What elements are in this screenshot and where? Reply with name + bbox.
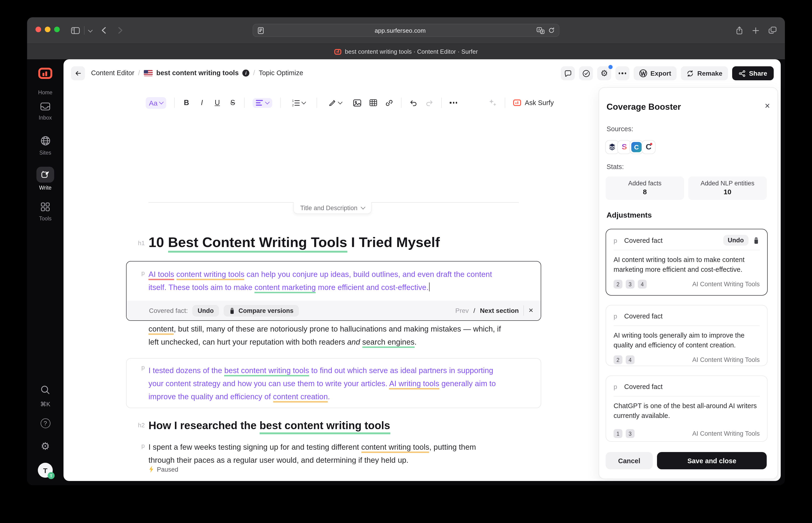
more-options-button[interactable] [615, 66, 629, 80]
reload-icon[interactable] [548, 27, 555, 34]
block-tag-h2: h2 [131, 422, 145, 429]
browser-tab[interactable]: best content writing tools · Content Edi… [27, 43, 785, 59]
fragment-badge[interactable]: 2 [614, 280, 622, 289]
back-icon[interactable] [101, 26, 106, 34]
checks-button[interactable] [579, 66, 593, 80]
paragraph-line: AI tools content writing tools can help … [148, 268, 492, 281]
sidebar-label-inbox: Inbox [27, 115, 64, 121]
surfer-logo[interactable] [27, 68, 64, 81]
export-button[interactable]: Ⓦ Export [634, 66, 677, 80]
divider [281, 97, 281, 108]
covered-fact-card[interactable]: p Covered fact Undo [606, 229, 768, 295]
insert-table-button[interactable] [369, 99, 378, 107]
ai-sparkles-button[interactable] [488, 98, 497, 107]
card-undo-button[interactable]: Undo [723, 235, 748, 246]
share-page-icon[interactable] [736, 26, 743, 35]
save-and-close-button[interactable]: Save and close [657, 452, 767, 469]
fragment-badge[interactable]: 4 [626, 355, 635, 364]
undo-fact-button[interactable]: Undo [193, 305, 219, 317]
avatar: T T [38, 463, 53, 478]
url-text[interactable]: app.surferseo.com [264, 27, 537, 34]
back-button[interactable] [71, 66, 85, 80]
remake-button[interactable]: Remake [681, 66, 728, 80]
reader-icon[interactable] [258, 27, 264, 34]
tab-overview-icon[interactable] [769, 26, 777, 34]
breadcrumb: Content Editor / best content writing to… [91, 69, 303, 77]
source-c-blue-icon[interactable]: C [629, 140, 644, 154]
sidebar-label-write: Write [27, 185, 64, 191]
fragment-badge[interactable]: 3 [626, 429, 635, 438]
close-fact-bar-icon[interactable]: × [528, 306, 533, 315]
ask-surfy-button[interactable]: Ask Surfy [513, 99, 554, 107]
redo-button[interactable] [426, 99, 434, 106]
insert-image-button[interactable] [353, 99, 362, 107]
comments-button[interactable] [561, 66, 575, 80]
sidebar-item-sites[interactable]: Sites [27, 136, 64, 156]
sidebar-item-inbox[interactable]: Inbox [27, 102, 64, 121]
fragment-badge[interactable]: 1 [614, 429, 622, 438]
undo-button[interactable] [410, 99, 418, 106]
share-button[interactable]: Share [732, 66, 774, 80]
forward-icon[interactable] [118, 26, 123, 34]
account-button[interactable]: T T [27, 463, 64, 478]
section-dropdown[interactable]: Title and Description [293, 202, 372, 214]
breadcrumb-mode[interactable]: Topic Optimize [259, 69, 303, 77]
fragment-badge[interactable]: 4 [638, 280, 647, 289]
highlight-button[interactable] [325, 97, 345, 109]
strikethrough-button[interactable]: S [229, 98, 236, 107]
list-button[interactable]: 1 2 [289, 97, 309, 108]
sources-label: Sources: [607, 125, 633, 132]
prev-section-button[interactable]: Prev [455, 307, 469, 314]
fragment-badge[interactable]: 2 [614, 355, 622, 364]
align-button[interactable] [253, 98, 272, 108]
next-section-button[interactable]: Next section [480, 307, 519, 314]
fragment-badge[interactable]: 3 [626, 280, 635, 289]
covered-fact-bar: Covered fact: Undo Compare versions [127, 301, 541, 320]
new-tab-icon[interactable] [752, 27, 759, 34]
window-minimize-button[interactable] [45, 26, 50, 32]
text-style-button[interactable]: Aa [146, 97, 166, 109]
block-tag-p: p [131, 442, 145, 449]
window-close-button[interactable] [35, 26, 41, 32]
covered-fact-card[interactable]: p Covered fact AI writing tools generall… [606, 305, 768, 366]
breadcrumb-root[interactable]: Content Editor [91, 69, 134, 77]
toolbar-more-button[interactable] [450, 102, 457, 104]
sidebar-toggle-icon[interactable] [71, 27, 80, 34]
help-button[interactable]: ? [27, 418, 64, 428]
sidebar-item-tools[interactable]: Tools [27, 202, 64, 221]
section-heading[interactable]: How I researched the best content writin… [148, 418, 390, 433]
cancel-button[interactable]: Cancel [606, 452, 653, 469]
editor-document[interactable]: Title and Description h1 10 Best Content… [64, 125, 599, 464]
source-c-dark-icon[interactable]: C [642, 140, 655, 154]
divider [84, 26, 85, 35]
svg-text:1: 1 [292, 99, 294, 102]
search-button[interactable]: ⌘K [27, 385, 64, 408]
paragraph-line: improve the quality and efficiency of co… [148, 390, 330, 403]
document-title[interactable]: 10 Best Content Writing Tools I Tried My… [148, 233, 440, 252]
block-tag-p: p [131, 364, 145, 371]
card-source: AI Content Writing Tools [692, 281, 760, 288]
sidebar-item-write[interactable]: Write [27, 167, 64, 191]
covered-fact-card[interactable]: p Covered fact ChatGPT is one of the bes… [606, 376, 768, 442]
sidebar-label-sites: Sites [27, 150, 64, 156]
ellipsis-icon [450, 102, 457, 104]
italic-button[interactable]: I [198, 98, 206, 107]
underline-button[interactable]: U [214, 98, 221, 107]
sidebar-item-home[interactable]: Home [27, 87, 64, 95]
chevron-down-icon [265, 100, 270, 104]
address-bar[interactable]: app.surferseo.com A [253, 24, 559, 37]
close-panel-icon[interactable]: × [765, 101, 770, 111]
insert-link-button[interactable] [385, 99, 393, 107]
settings-button[interactable]: ⚙ [27, 440, 64, 452]
bold-button[interactable]: B [183, 98, 190, 107]
source-s-gradient-icon[interactable]: S [617, 140, 631, 154]
search-shortcut: ⌘K [27, 401, 64, 408]
compare-versions-button[interactable]: Compare versions [224, 305, 299, 317]
chevron-down-icon[interactable] [88, 28, 93, 32]
editor-settings-button[interactable]: ⚙ [597, 66, 611, 80]
info-icon[interactable]: i [242, 69, 249, 76]
window-zoom-button[interactable] [54, 26, 60, 32]
translate-icon[interactable]: A [537, 27, 544, 34]
brush-icon [328, 99, 337, 107]
source-layers-icon[interactable] [605, 140, 619, 154]
